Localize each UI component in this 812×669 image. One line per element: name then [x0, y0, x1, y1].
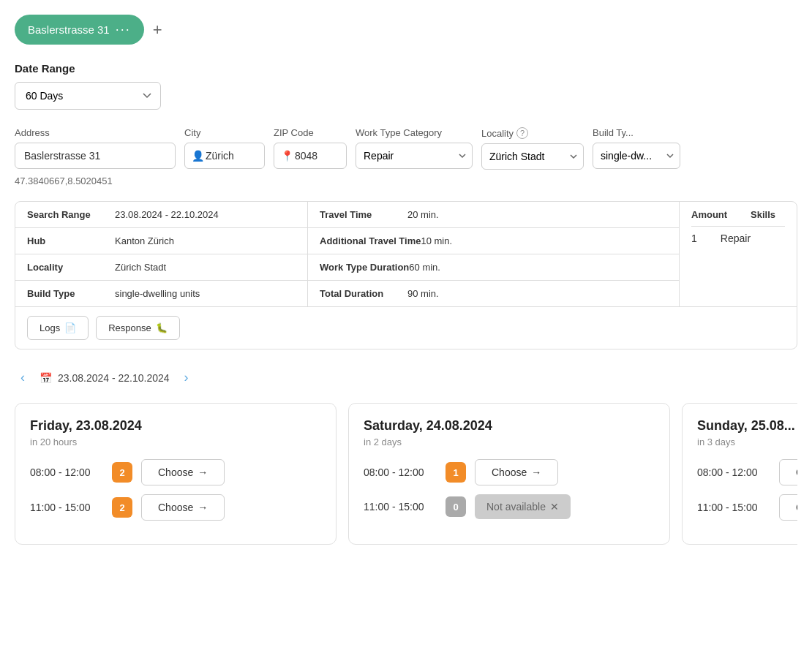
day-title-0: Friday, 23.08.2024: [30, 418, 321, 434]
locality-select[interactable]: Zürich Stadt: [481, 143, 584, 170]
day-card-2: Sunday, 25.08...in 3 days08:00 - 12:00Ch…: [682, 403, 797, 545]
travel-time-label: Travel Time: [320, 209, 407, 220]
worktype-label: Work Type Category: [356, 127, 473, 138]
time-slot-2-0: 08:00 - 12:00Choose →: [697, 459, 797, 485]
search-range-value: 23.08.2024 - 22.10.2024: [115, 209, 219, 220]
response-icon: 🐛: [156, 322, 168, 333]
time-slot-0-1: 11:00 - 15:002Choose →: [30, 494, 321, 521]
day-subtitle-0: in 20 hours: [30, 436, 321, 447]
day-card-1: Saturday, 24.08.2024in 2 days08:00 - 12:…: [348, 403, 670, 545]
more-icon: ···: [116, 22, 131, 37]
hub-value: Kanton Zürich: [115, 235, 174, 246]
choose-button-2-0[interactable]: Choose →: [779, 459, 797, 485]
badge-0-1: 2: [112, 497, 132, 518]
logs-button[interactable]: Logs 📄: [27, 316, 89, 340]
add-location-button[interactable]: +: [153, 20, 162, 39]
date-range-label: Date Range: [15, 62, 797, 75]
search-range-label: Search Range: [27, 209, 115, 220]
date-range-select[interactable]: 60 Days 30 Days 90 Days: [15, 82, 161, 110]
badge-1-0: 1: [446, 462, 466, 483]
day-title-1: Saturday, 24.08.2024: [364, 418, 655, 434]
amount-value: 1: [691, 233, 697, 244]
locality-label: Locality ?: [481, 127, 584, 139]
choose-button-0-0[interactable]: Choose →: [141, 459, 225, 485]
hub-label: Hub: [27, 235, 115, 246]
time-label-0-1: 11:00 - 15:00: [30, 502, 103, 513]
location-pill[interactable]: Baslerstrasse 31 ···: [15, 15, 144, 45]
total-dur-label: Total Duration: [320, 288, 407, 299]
add-travel-value: 10 min.: [421, 235, 452, 246]
day-title-2: Sunday, 25.08...: [697, 418, 797, 434]
time-slot-0-0: 08:00 - 12:002Choose →: [30, 459, 321, 485]
location-label: Baslerstrasse 31: [28, 23, 110, 36]
not-available-1-1: Not available ✕: [475, 494, 571, 519]
choose-button-1-0[interactable]: Choose →: [475, 459, 558, 485]
travel-time-value: 20 min.: [407, 209, 439, 220]
work-type-dur-label: Work Type Duration: [320, 262, 409, 273]
build-type-value: single-dwelling units: [115, 288, 200, 299]
time-label-2-1: 11:00 - 15:00: [697, 502, 770, 513]
badge-0-0: 2: [112, 462, 132, 483]
city-label: City: [184, 127, 265, 138]
locality-row-value: Zürich Stadt: [115, 262, 166, 273]
day-subtitle-2: in 3 days: [697, 436, 797, 447]
badge-1-1: 0: [446, 496, 466, 517]
person-icon: 👤: [192, 150, 204, 162]
time-slot-2-1: 11:00 - 15:00Choose →: [697, 494, 797, 521]
prev-date-button[interactable]: ‹: [15, 367, 31, 388]
day-card-0: Friday, 23.08.2024in 20 hours08:00 - 12:…: [15, 403, 337, 545]
locality-row-label: Locality: [27, 262, 115, 273]
skills-header: Skills: [751, 209, 775, 220]
zip-label: ZIP Code: [274, 127, 347, 138]
logs-icon: 📄: [64, 322, 76, 333]
calendar-range: 23.08.2024 - 22.10.2024: [58, 372, 170, 384]
amount-header: Amount: [691, 209, 727, 220]
add-travel-label: Additional Travel Time: [320, 235, 421, 246]
skills-value: Repair: [721, 233, 751, 244]
time-slot-1-1: 11:00 - 15:000Not available ✕: [364, 494, 655, 519]
location-icon: 📍: [281, 150, 293, 162]
calendar-icon: 📅: [40, 372, 52, 384]
time-label-0-0: 08:00 - 12:00: [30, 466, 103, 478]
build-type-label: Build Type: [27, 288, 115, 299]
work-type-dur-value: 60 min.: [409, 262, 440, 273]
time-slot-1-0: 08:00 - 12:001Choose →: [364, 459, 655, 485]
day-subtitle-1: in 2 days: [364, 436, 655, 447]
time-label-1-1: 11:00 - 15:00: [364, 501, 437, 513]
response-button[interactable]: Response 🐛: [96, 316, 180, 340]
coordinates: 47.3840667,8.5020451: [15, 175, 797, 186]
buildtype-label: Build Ty...: [593, 127, 680, 138]
choose-button-0-1[interactable]: Choose →: [141, 494, 225, 521]
time-label-1-0: 08:00 - 12:00: [364, 466, 437, 478]
next-date-button[interactable]: ›: [178, 367, 195, 388]
address-input[interactable]: [15, 143, 176, 169]
choose-button-2-1[interactable]: Choose →: [779, 494, 797, 521]
worktype-select[interactable]: Repair: [356, 143, 473, 169]
address-label: Address: [15, 127, 176, 138]
time-label-2-0: 08:00 - 12:00: [697, 466, 770, 478]
total-dur-value: 90 min.: [407, 288, 439, 299]
buildtype-select[interactable]: single-dw...: [593, 143, 680, 169]
